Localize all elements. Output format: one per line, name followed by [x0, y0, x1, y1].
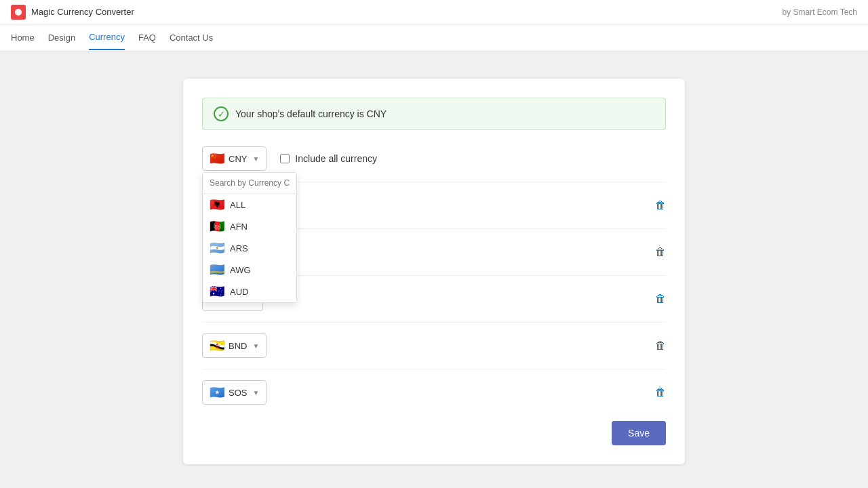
sos-chevron-icon: ▼ — [252, 389, 259, 396]
currency-row-main: 🇨🇳 CNY ▼ Include all currency 🇦🇱 ALL — [202, 146, 666, 171]
nav-currency[interactable]: Currency — [89, 25, 125, 50]
info-text: Your shop's default currency is CNY — [235, 108, 387, 119]
include-all-label: Include all currency — [295, 153, 377, 164]
nav-contact[interactable]: Contact Us — [170, 26, 213, 49]
topbar: Magic Currency Converter by Smart Ecom T… — [0, 0, 868, 24]
nav-home[interactable]: Home — [11, 26, 35, 49]
currency-dropdown: 🇦🇱 ALL 🇦🇫 AFN 🇦🇷 ARS 🇦🇼 — [202, 172, 297, 303]
nav-faq[interactable]: FAQ — [138, 26, 156, 49]
delete-icon-sos[interactable]: 🗑 — [655, 386, 666, 399]
delete-icon-r2[interactable]: 🗑 — [655, 199, 666, 211]
save-row: Save — [202, 421, 666, 445]
aud-code: AUD — [230, 287, 248, 297]
delete-icon-r3[interactable]: 🗑 — [655, 246, 666, 258]
ars-code: ARS — [230, 243, 248, 253]
dropdown-item-ars[interactable]: 🇦🇷 ARS — [203, 237, 296, 259]
awg-code: AWG — [230, 265, 251, 275]
sos-flag: 🇸🇴 — [210, 386, 224, 399]
currency-selector-sos[interactable]: 🇸🇴 SOS ▼ — [202, 380, 267, 405]
dropdown-item-aud[interactable]: 🇦🇺 AUD — [203, 281, 296, 302]
currency-selector-bnd[interactable]: 🇧🇳 BND ▼ — [202, 333, 267, 358]
dropdown-item-afn[interactable]: 🇦🇫 AFN — [203, 216, 296, 237]
dropdown-item-all[interactable]: 🇦🇱 ALL — [203, 194, 296, 216]
sos-code: SOS — [229, 388, 247, 398]
bnd-code: BND — [229, 341, 247, 351]
currency-row-sos: 🇸🇴 SOS ▼ 🗑 — [202, 380, 666, 405]
cny-code: CNY — [229, 154, 247, 164]
bnd-chevron-icon: ▼ — [252, 342, 259, 350]
all-code: ALL — [230, 200, 245, 210]
delete-icon-bnd[interactable]: 🗑 — [655, 340, 666, 352]
navbar: Home Design Currency FAQ Contact Us — [0, 24, 868, 52]
awg-flag: 🇦🇼 — [210, 264, 224, 276]
check-icon: ✓ — [214, 106, 229, 121]
include-all-checkbox[interactable] — [280, 154, 290, 163]
cny-flag: 🇨🇳 — [210, 152, 224, 165]
by-label: by Smart Ecom Tech — [783, 7, 857, 17]
app-title: Magic Currency Converter — [31, 7, 134, 17]
currency-selector-cny[interactable]: 🇨🇳 CNY ▼ — [202, 146, 267, 171]
search-input[interactable] — [203, 173, 296, 194]
chevron-down-icon: ▼ — [252, 155, 259, 163]
afn-code: AFN — [230, 222, 248, 232]
delete-icon-r4[interactable]: 🗑 — [655, 293, 666, 305]
nav-design[interactable]: Design — [48, 26, 75, 49]
currency-row-bnd: 🇧🇳 BND ▼ 🗑 — [202, 333, 666, 358]
dropdown-item-awg[interactable]: 🇦🇼 AWG — [203, 259, 296, 281]
info-banner: ✓ Your shop's default currency is CNY — [202, 98, 666, 130]
aud-flag: 🇦🇺 — [210, 285, 224, 298]
ars-flag: 🇦🇷 — [210, 242, 224, 254]
topbar-left: Magic Currency Converter — [11, 5, 134, 20]
card: ✓ Your shop's default currency is CNY 🇨🇳… — [183, 79, 685, 464]
app-icon-inner — [15, 9, 22, 16]
dropdown-panel: 🇦🇱 ALL 🇦🇫 AFN 🇦🇷 ARS 🇦🇼 — [202, 172, 297, 303]
bnd-flag: 🇧🇳 — [210, 340, 224, 352]
all-flag: 🇦🇱 — [210, 199, 224, 211]
checkbox-row: Include all currency — [280, 153, 377, 164]
save-button[interactable]: Save — [612, 421, 666, 445]
afn-flag: 🇦🇫 — [210, 220, 224, 232]
main-content: ✓ Your shop's default currency is CNY 🇨🇳… — [0, 52, 868, 488]
dropdown-list: 🇦🇱 ALL 🇦🇫 AFN 🇦🇷 ARS 🇦🇼 — [203, 194, 296, 302]
app-icon — [11, 5, 26, 20]
